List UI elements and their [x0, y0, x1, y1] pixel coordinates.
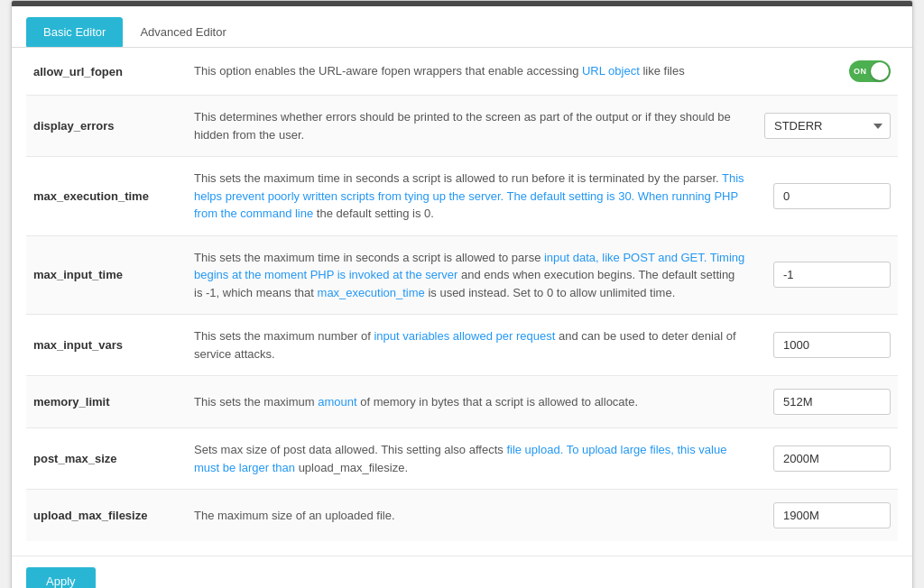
- setting-control[interactable]: ON: [753, 48, 898, 96]
- setting-name: max_input_vars: [26, 315, 180, 376]
- toggle-thumb: [871, 62, 889, 80]
- setting-description: This sets the maximum time in seconds a …: [180, 235, 753, 315]
- tab-basic[interactable]: Basic Editor: [26, 17, 123, 47]
- setting-description: Sets max size of post data allowed. This…: [180, 428, 753, 490]
- settings-table: allow_url_fopenThis option enables the U…: [26, 48, 898, 541]
- tab-advanced[interactable]: Advanced Editor: [123, 17, 243, 47]
- text-input[interactable]: [773, 332, 891, 358]
- table-row: post_max_sizeSets max size of post data …: [26, 428, 898, 490]
- setting-name: memory_limit: [26, 376, 180, 428]
- table-row: max_input_timeThis sets the maximum time…: [26, 235, 898, 315]
- setting-description: This sets the maximum time in seconds a …: [180, 157, 753, 236]
- setting-description: The maximum size of an uploaded file.: [180, 490, 753, 542]
- table-row: max_input_varsThis sets the maximum numb…: [26, 315, 898, 376]
- setting-control[interactable]: [753, 157, 898, 236]
- setting-name: upload_max_filesize: [26, 490, 180, 542]
- tab-bar: Basic Editor Advanced Editor: [12, 6, 912, 48]
- setting-name: display_errors: [26, 96, 180, 157]
- setting-control[interactable]: [753, 315, 898, 376]
- toggle-switch[interactable]: ON: [849, 60, 891, 82]
- toggle-track: ON: [849, 60, 891, 82]
- table-row: upload_max_filesizeThe maximum size of a…: [26, 490, 898, 542]
- setting-control[interactable]: STDERROnOff: [753, 96, 898, 157]
- toggle-label: ON: [854, 67, 867, 76]
- setting-description: This determines whether errors should be…: [180, 96, 753, 157]
- table-row: max_execution_timeThis sets the maximum …: [26, 157, 898, 236]
- table-row: memory_limitThis sets the maximum amount…: [26, 376, 898, 428]
- select-control[interactable]: STDERROnOff: [764, 113, 891, 139]
- setting-control[interactable]: [753, 428, 898, 490]
- editor-window: Basic Editor Advanced Editor allow_url_f…: [11, 0, 913, 588]
- setting-name: max_input_time: [26, 235, 180, 315]
- setting-name: allow_url_fopen: [26, 48, 180, 96]
- table-row: display_errorsThis determines whether er…: [26, 96, 898, 157]
- apply-button[interactable]: Apply: [26, 567, 96, 588]
- text-input[interactable]: [773, 183, 891, 209]
- text-input[interactable]: [773, 262, 891, 288]
- footer: Apply: [12, 556, 912, 588]
- setting-control[interactable]: [753, 376, 898, 428]
- main-content: allow_url_fopenThis option enables the U…: [12, 48, 912, 556]
- setting-description: This sets the maximum number of input va…: [180, 315, 753, 376]
- setting-description: This option enables the URL-aware fopen …: [180, 48, 753, 96]
- setting-name: max_execution_time: [26, 157, 180, 236]
- setting-name: post_max_size: [26, 428, 180, 490]
- setting-control[interactable]: [753, 490, 898, 542]
- text-input[interactable]: [773, 446, 891, 472]
- setting-control[interactable]: [753, 235, 898, 315]
- setting-description: This sets the maximum amount of memory i…: [180, 376, 753, 428]
- text-input[interactable]: [773, 502, 891, 528]
- table-row: allow_url_fopenThis option enables the U…: [26, 48, 898, 96]
- text-input[interactable]: [773, 389, 891, 415]
